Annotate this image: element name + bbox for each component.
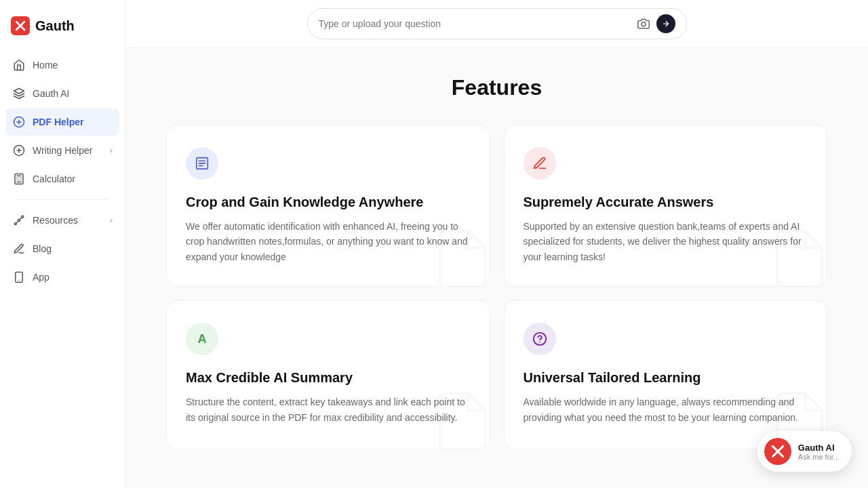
sidebar-item-label: Gauth AI (33, 88, 69, 99)
sidebar-item-pdf-helper[interactable]: PDF Helper (5, 108, 119, 136)
gauth-ai-icon (12, 87, 26, 100)
home-icon (12, 58, 26, 72)
logo[interactable]: Gauth (0, 11, 125, 52)
sidebar-item-label: PDF Helper (33, 117, 83, 127)
writing-icon (12, 144, 26, 157)
features-grid: Crop and Gain Knowledge Anywhere We offe… (166, 125, 827, 449)
sidebar-item-writing-helper[interactable]: Writing Helper › (5, 137, 119, 164)
sidebar-item-label: Home (33, 60, 58, 70)
feature-title-4: Universal Tailored Learning (524, 369, 808, 386)
feature-icon-document (186, 147, 218, 180)
sidebar-item-label: Blog (33, 243, 52, 254)
logo-icon (11, 16, 30, 35)
search-submit-button[interactable] (656, 14, 675, 33)
sidebar: Gauth Home Gauth AI PDF Helper (0, 0, 125, 488)
feature-title-2: Supremely Accurate Answers (524, 193, 808, 211)
sidebar-item-gauth-ai[interactable]: Gauth AI (5, 80, 119, 107)
app-icon (12, 270, 26, 284)
sidebar-item-blog[interactable]: Blog (5, 235, 119, 262)
feature-card-accurate-answers[interactable]: Supremely Accurate Answers Supported by … (504, 125, 828, 287)
chat-avatar (764, 438, 791, 465)
svg-line-19 (20, 218, 22, 220)
feature-bg-icon-2 (766, 225, 827, 287)
chevron-right-icon: › (110, 216, 113, 225)
chat-name: Gauth AI (798, 443, 840, 453)
svg-point-22 (642, 22, 646, 26)
pdf-icon (12, 115, 26, 129)
search-bar (307, 8, 687, 39)
chat-subtitle: Ask me for... (798, 453, 840, 461)
sidebar-item-home[interactable]: Home (5, 52, 119, 79)
feature-card-ai-summary[interactable]: A Max Credible AI Summary Structure the … (166, 300, 490, 449)
feature-icon-question (524, 323, 556, 355)
resources-icon (12, 214, 26, 227)
feature-bg-icon-3 (429, 388, 490, 449)
sidebar-item-label: Calculator (33, 174, 75, 184)
chat-text: Gauth AI Ask me for... (798, 443, 840, 461)
feature-icon-pencil (524, 147, 556, 180)
features-container: Features Crop and Gain Knowledge Anywher… (125, 48, 868, 476)
feature-card-tailored-learning[interactable]: Universal Tailored Learning Available wo… (504, 300, 828, 449)
logo-text: Gauth (35, 18, 75, 34)
blog-icon (12, 242, 26, 256)
chevron-right-icon: › (110, 146, 113, 155)
calculator-icon (12, 172, 26, 186)
sidebar-divider (16, 199, 108, 200)
features-title: Features (166, 75, 827, 100)
sidebar-nav: Home Gauth AI PDF Helper Writing Helper … (0, 52, 125, 477)
chat-widget[interactable]: Gauth AI Ask me for... (757, 431, 852, 472)
sidebar-item-resources[interactable]: Resources › (5, 207, 119, 234)
topbar (125, 0, 868, 48)
feature-title-1: Crop and Gain Knowledge Anywhere (186, 193, 471, 211)
sidebar-item-app[interactable]: App (5, 264, 119, 291)
feature-icon-ai: A (186, 323, 218, 355)
search-input[interactable] (319, 18, 631, 29)
camera-icon[interactable] (636, 16, 651, 31)
feature-card-crop-knowledge[interactable]: Crop and Gain Knowledge Anywhere We offe… (166, 125, 490, 287)
main-content: Features Crop and Gain Knowledge Anywher… (125, 0, 868, 488)
feature-title-3: Max Credible AI Summary (186, 369, 471, 386)
feature-bg-icon-1 (429, 225, 490, 287)
sidebar-item-label: Writing Helper (33, 145, 92, 156)
sidebar-item-label: Resources (33, 215, 78, 226)
svg-line-18 (16, 221, 18, 223)
sidebar-item-calculator[interactable]: Calculator (5, 165, 119, 192)
sidebar-item-label: App (33, 272, 50, 283)
